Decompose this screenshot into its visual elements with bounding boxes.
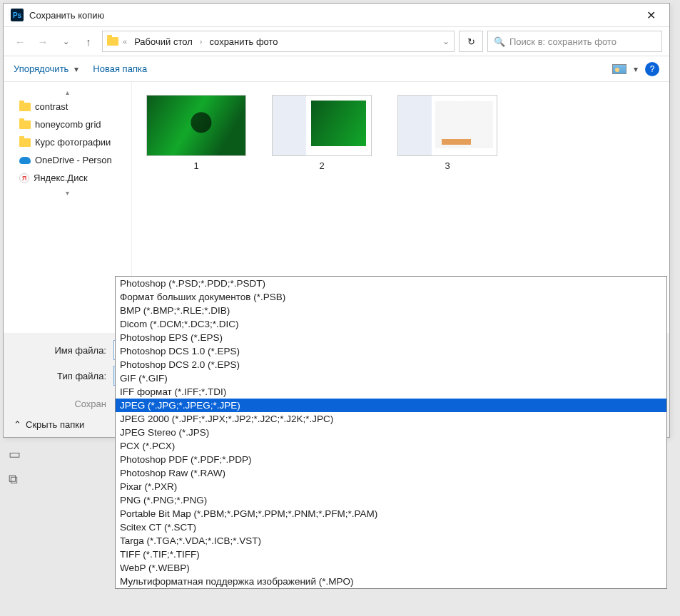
thumbnail-image <box>397 95 497 156</box>
filetype-option[interactable]: IFF формат (*.IFF;*.TDI) <box>116 385 666 399</box>
back-button[interactable]: ← <box>11 32 29 51</box>
view-mode-icon[interactable] <box>612 64 626 74</box>
duplicate-icon[interactable]: ⧉ <box>9 472 21 487</box>
tree-item-label: honeycomb grid <box>35 119 101 130</box>
filetype-option[interactable]: Photoshop (*.PSD;*.PDD;*.PSDT) <box>116 277 666 290</box>
hide-folders-toggle[interactable]: Скрыть папки <box>26 419 84 430</box>
nav-row: ← → ⌄ ↑ « Рабочий стол › сохранить фото … <box>4 26 669 56</box>
search-icon: 🔍 <box>494 36 505 47</box>
filetype-option[interactable]: GIF (*.GIF) <box>116 371 666 385</box>
filetype-option[interactable]: Portable Bit Map (*.PBM;*.PGM;*.PPM;*.PN… <box>116 507 666 520</box>
save-section-label: Сохран <box>14 399 113 409</box>
filetype-dropdown[interactable]: Photoshop (*.PSD;*.PDD;*.PSDT)Формат бол… <box>115 276 667 589</box>
path-segment[interactable]: сохранить фото <box>206 35 280 48</box>
filetype-option[interactable]: PNG (*.PNG;*.PNG) <box>116 493 666 507</box>
tree-item[interactable]: honeycomb grid <box>4 115 131 133</box>
artboard-icon[interactable]: ▭ <box>9 446 21 462</box>
app-strip: ▭ ⧉ <box>9 446 21 487</box>
folder-icon <box>107 37 118 46</box>
thumbnail-image <box>272 95 372 156</box>
thumbnail-label: 1 <box>193 160 198 171</box>
onedrive-icon <box>19 157 31 164</box>
thumbnail[interactable]: 2 <box>272 95 372 171</box>
filetype-option[interactable]: JPEG Stereo (*.JPS) <box>116 426 666 439</box>
new-folder-button[interactable]: Новая папка <box>93 63 147 74</box>
window-title: Сохранить копию <box>29 10 639 21</box>
filetype-option[interactable]: Scitex CT (*.SCT) <box>116 520 666 534</box>
chevron-down-icon: ▾ <box>74 64 78 74</box>
filetype-option[interactable]: Photoshop Raw (*.RAW) <box>116 466 666 480</box>
tree-scroll-up[interactable]: ▴ <box>4 86 131 98</box>
organize-menu[interactable]: Упорядочить▾ <box>14 63 78 74</box>
filetype-option[interactable]: Формат больших документов (*.PSB) <box>116 290 666 304</box>
titlebar: Ps Сохранить копию ✕ <box>4 4 669 26</box>
chevron-right-icon: « <box>123 37 127 46</box>
thumbnail-label: 3 <box>445 160 450 171</box>
filetype-option[interactable]: WebP (*.WEBP) <box>116 561 666 575</box>
forward-button[interactable]: → <box>34 32 52 51</box>
tree-item-label: contrast <box>35 101 68 112</box>
filetype-option[interactable]: Targa (*.TGA;*.VDA;*.ICB;*.VST) <box>116 534 666 548</box>
tree-item-label: Курс фотографии <box>35 137 111 148</box>
filetype-option[interactable]: Photoshop DCS 2.0 (*.EPS) <box>116 358 666 371</box>
path-expand-icon[interactable]: ⌄ <box>442 36 450 46</box>
filetype-option[interactable]: Pixar (*.PXR) <box>116 480 666 493</box>
filename-label: Имя файла: <box>14 345 113 356</box>
search-placeholder: Поиск в: сохранить фото <box>509 36 616 47</box>
tree-item[interactable]: Курс фотографии <box>4 133 131 151</box>
tree-item-label: OneDrive - Person <box>35 155 112 165</box>
path-segment[interactable]: Рабочий стол <box>131 35 196 48</box>
thumbnail[interactable]: 3 <box>397 95 497 171</box>
yandex-disk-icon: Я <box>19 173 29 183</box>
filetype-option[interactable]: JPEG 2000 (*.JPF;*.JPX;*.JP2;*.J2C;*.J2K… <box>116 412 666 426</box>
folder-icon <box>19 103 31 111</box>
path-box[interactable]: « Рабочий стол › сохранить фото ⌄ <box>102 31 455 52</box>
filetype-option[interactable]: Dicom (*.DCM;*.DC3;*.DIC) <box>116 317 666 331</box>
filetype-option[interactable]: PCX (*.PCX) <box>116 439 666 453</box>
tree-item[interactable]: ЯЯндекс.Диск <box>4 169 131 187</box>
filetype-option[interactable]: Photoshop DCS 1.0 (*.EPS) <box>116 344 666 358</box>
toolbar: Упорядочить▾ Новая папка ▾ ? <box>4 56 669 82</box>
thumbnail-image <box>146 95 246 156</box>
refresh-button[interactable]: ↻ <box>459 31 483 52</box>
help-button[interactable]: ? <box>645 62 659 76</box>
chevron-right-icon: › <box>200 37 203 46</box>
photoshop-icon: Ps <box>11 9 24 21</box>
filetype-option[interactable]: Photoshop PDF (*.PDF;*.PDP) <box>116 453 666 466</box>
filetype-option[interactable]: BMP (*.BMP;*.RLE;*.DIB) <box>116 304 666 317</box>
chevron-up-icon: ⌃ <box>14 419 21 430</box>
view-mode-dropdown[interactable]: ▾ <box>634 64 638 74</box>
thumbnail[interactable]: 1 <box>146 95 246 171</box>
folder-icon <box>19 138 31 147</box>
tree-item-label: Яндекс.Диск <box>34 173 88 183</box>
search-input[interactable]: 🔍 Поиск в: сохранить фото <box>487 31 662 52</box>
close-button[interactable]: ✕ <box>639 9 662 22</box>
tree-item[interactable]: OneDrive - Person <box>4 151 131 169</box>
filetype-option[interactable]: TIFF (*.TIF;*.TIFF) <box>116 548 666 561</box>
folder-icon <box>19 120 31 129</box>
history-dropdown[interactable]: ⌄ <box>56 32 75 51</box>
tree-item[interactable]: contrast <box>4 98 131 115</box>
filetype-option[interactable]: Мультиформатная поддержка изображений (*… <box>116 575 666 588</box>
tree-scroll-down[interactable]: ▾ <box>4 187 131 198</box>
thumbnail-label: 2 <box>319 160 324 171</box>
filetype-option[interactable]: Photoshop EPS (*.EPS) <box>116 331 666 344</box>
filetype-option[interactable]: JPEG (*.JPG;*.JPEG;*.JPE) <box>116 399 666 412</box>
up-button[interactable]: ↑ <box>79 32 98 51</box>
filetype-label: Тип файла: <box>14 371 113 381</box>
folder-tree: ▴ contrasthoneycomb gridКурс фотографииO… <box>4 82 132 333</box>
